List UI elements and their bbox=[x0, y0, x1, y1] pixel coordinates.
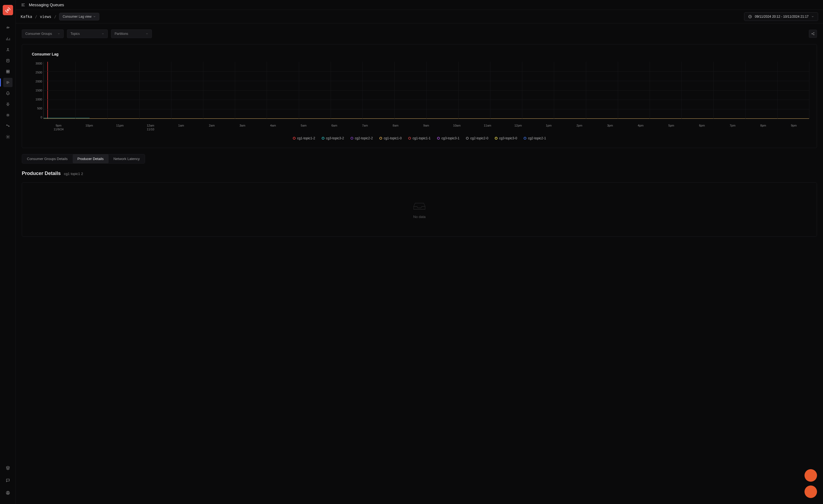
y-axis: 300025002000150010005000 bbox=[30, 62, 42, 119]
x-date-label bbox=[380, 128, 411, 131]
producer-details-panel: No data bbox=[22, 182, 817, 237]
nav-pipelines[interactable] bbox=[3, 121, 12, 131]
x-date-label bbox=[748, 128, 779, 131]
nav-settings[interactable] bbox=[3, 132, 12, 142]
sidebar bbox=[0, 0, 16, 504]
nav-account[interactable] bbox=[3, 488, 12, 497]
x-tick: 2pm bbox=[564, 124, 595, 127]
nav-debug[interactable] bbox=[3, 111, 12, 120]
x-date-label bbox=[625, 128, 656, 131]
view-selector-label: Consumer Lag view bbox=[62, 15, 92, 18]
tab-consumer-groups-details[interactable]: Consumer Groups Details bbox=[22, 154, 73, 163]
svg-rect-5 bbox=[6, 72, 8, 73]
x-tick: 10pm bbox=[74, 124, 105, 127]
y-tick: 2000 bbox=[30, 80, 42, 83]
x-axis-dates: 11/9/2411/10 bbox=[43, 128, 809, 131]
x-date-label bbox=[319, 128, 350, 131]
view-selector[interactable]: Consumer Lag view bbox=[59, 13, 99, 20]
legend-swatch bbox=[408, 137, 411, 140]
nav-messaging-queues[interactable] bbox=[3, 78, 12, 87]
nav-metrics[interactable] bbox=[3, 34, 12, 43]
nav-dashboards[interactable] bbox=[3, 67, 12, 76]
legend-item[interactable]: cg1-topic1-2 bbox=[293, 136, 315, 140]
share-icon bbox=[811, 32, 815, 36]
breadcrumb-views[interactable]: views bbox=[40, 14, 51, 19]
detail-title: Producer Details bbox=[22, 171, 61, 176]
x-date-label bbox=[74, 128, 105, 131]
x-tick: 6am bbox=[319, 124, 350, 127]
breadcrumb-kafka[interactable]: Kafka bbox=[21, 14, 32, 19]
legend-item[interactable]: cg2-topic2-0 bbox=[466, 136, 488, 140]
chevron-down-icon bbox=[93, 15, 96, 18]
svg-point-0 bbox=[7, 9, 9, 11]
legend-swatch bbox=[350, 137, 353, 140]
x-date-label: 11/9/24 bbox=[43, 128, 74, 131]
legend-swatch bbox=[293, 137, 296, 140]
x-date-label bbox=[258, 128, 289, 131]
filter-partitions[interactable]: Partitions bbox=[111, 29, 152, 38]
x-tick: 2am bbox=[196, 124, 227, 127]
x-date-label bbox=[779, 128, 809, 131]
tab-producer-details[interactable]: Producer Details bbox=[73, 154, 109, 163]
nav-traces[interactable] bbox=[3, 45, 12, 54]
x-tick: 11am bbox=[472, 124, 503, 127]
x-tick: 3pm bbox=[595, 124, 625, 127]
plot bbox=[43, 62, 809, 119]
chart-title: Consumer Lag bbox=[32, 52, 809, 56]
legend-item[interactable]: cg3-topic3-0 bbox=[495, 136, 517, 140]
legend-label: cg2-topic2-0 bbox=[470, 136, 488, 140]
x-date-label bbox=[166, 128, 196, 131]
legend-item[interactable]: cg2-topic2-1 bbox=[524, 136, 546, 140]
legend-swatch bbox=[495, 137, 497, 140]
legend-item[interactable]: cg3-topic3-1 bbox=[437, 136, 459, 140]
nav-get-started[interactable] bbox=[3, 23, 12, 33]
fab-button-1[interactable] bbox=[805, 469, 817, 482]
legend-item[interactable]: cg1-topic1-1 bbox=[408, 136, 431, 140]
x-tick: 12am bbox=[135, 124, 166, 127]
app-logo[interactable] bbox=[3, 5, 13, 15]
consumer-lag-chart: Consumer Lag 300025002000150010005000 9p… bbox=[22, 44, 817, 148]
legend-label: cg1-topic1-2 bbox=[297, 136, 315, 140]
legend-label: cg1-topic1-0 bbox=[384, 136, 402, 140]
legend-item[interactable]: cg2-topic2-2 bbox=[350, 136, 373, 140]
chevron-down-icon bbox=[57, 32, 60, 35]
legend-label: cg2-topic2-2 bbox=[355, 136, 373, 140]
legend-swatch bbox=[322, 137, 324, 140]
x-date-label bbox=[472, 128, 503, 131]
chart-plot-area[interactable]: 300025002000150010005000 bbox=[43, 62, 809, 119]
fab-button-2[interactable] bbox=[805, 486, 817, 498]
nav-layers[interactable] bbox=[3, 463, 12, 472]
y-tick: 0 bbox=[30, 116, 42, 119]
x-date-label bbox=[442, 128, 472, 131]
x-date-label bbox=[533, 128, 564, 131]
chevron-down-icon bbox=[811, 15, 814, 18]
share-button[interactable] bbox=[809, 30, 817, 38]
empty-inbox-icon bbox=[412, 201, 427, 211]
y-tick: 1500 bbox=[30, 89, 42, 92]
time-range-label: 09/11/2024 20:12 - 10/11/2024 21:17 bbox=[755, 15, 809, 18]
legend-item[interactable]: cg3-topic3-2 bbox=[322, 136, 344, 140]
legend-swatch bbox=[437, 137, 440, 140]
sidebar-toggle-icon[interactable] bbox=[21, 2, 26, 7]
x-date-label bbox=[595, 128, 625, 131]
breadcrumb-sep: / bbox=[35, 14, 37, 19]
svg-point-7 bbox=[7, 114, 8, 116]
legend-item[interactable]: cg1-topic1-0 bbox=[379, 136, 402, 140]
x-tick: 7pm bbox=[717, 124, 748, 127]
nav-chat[interactable] bbox=[3, 476, 12, 485]
x-tick: 8pm bbox=[748, 124, 779, 127]
x-date-label bbox=[196, 128, 227, 131]
filter-topics[interactable]: Topics bbox=[67, 29, 108, 38]
nav-logs[interactable] bbox=[3, 56, 12, 65]
x-date-label bbox=[503, 128, 533, 131]
nav-exceptions[interactable] bbox=[3, 100, 12, 109]
x-tick: 4am bbox=[258, 124, 289, 127]
nav-alerts[interactable] bbox=[3, 89, 12, 98]
time-range-picker[interactable]: 09/11/2024 20:12 - 10/11/2024 21:17 bbox=[744, 12, 818, 21]
filter-consumer-groups[interactable]: Consumer Groups bbox=[22, 29, 64, 38]
filter-label: Consumer Groups bbox=[25, 32, 52, 36]
x-tick: 10am bbox=[442, 124, 472, 127]
breadcrumb-row: Kafka / views / Consumer Lag view 09/11/… bbox=[16, 10, 823, 23]
tab-network-latency[interactable]: Network Latency bbox=[109, 154, 145, 163]
x-tick: 3am bbox=[227, 124, 258, 127]
